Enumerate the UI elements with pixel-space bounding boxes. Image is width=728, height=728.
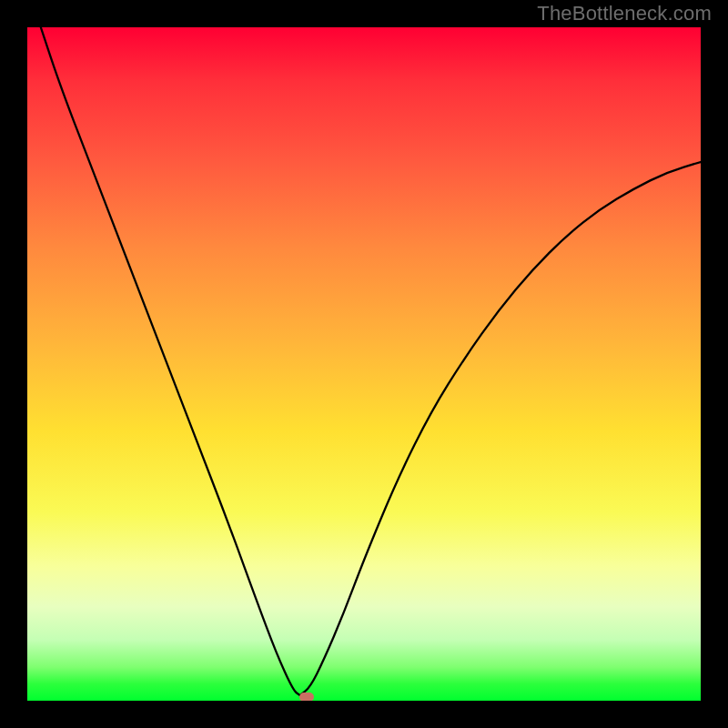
watermark-text: TheBottleneck.com [537,2,712,25]
plot-area [27,27,701,701]
curve-path [41,27,701,695]
bottleneck-curve [27,27,701,701]
chart-frame: TheBottleneck.com [0,0,728,728]
optimum-marker [299,693,314,701]
